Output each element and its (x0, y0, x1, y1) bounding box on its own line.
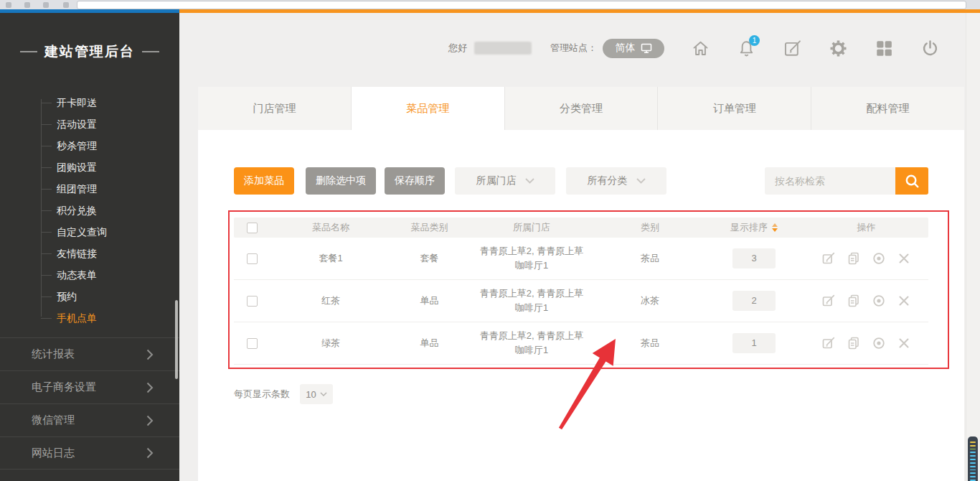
home-icon[interactable] (690, 38, 710, 58)
cell-category: 茶品 (596, 337, 704, 350)
browser-icon[interactable] (6, 2, 11, 8)
copy-icon[interactable] (847, 294, 861, 308)
apps-grid-icon[interactable] (874, 38, 894, 58)
sort-order-input[interactable]: 3 (732, 248, 776, 268)
manage-site-label: 管理站点： (550, 42, 597, 55)
browser-icon[interactable] (43, 2, 49, 8)
cell-category: 冰茶 (596, 294, 704, 307)
cell-dish-name: 绿茶 (270, 337, 392, 350)
sidebar-section-wangzhanrizhi[interactable]: 网站日志 (0, 436, 179, 470)
chevron-right-icon (146, 447, 154, 459)
compose-icon[interactable] (782, 38, 802, 58)
page-scrollbar-thumb[interactable] (968, 436, 978, 481)
tab-store-management[interactable]: 门店管理 (198, 87, 351, 130)
sidebar-item-miaoshaguanli[interactable]: 秒杀管理 (0, 135, 179, 157)
view-eye-icon[interactable] (872, 336, 886, 350)
chevron-right-icon (146, 415, 154, 426)
power-icon[interactable] (920, 38, 940, 58)
row-checkbox[interactable] (247, 338, 258, 349)
greeting-label: 您好 (448, 42, 467, 55)
bell-icon[interactable]: 1 (736, 38, 756, 58)
copy-icon[interactable] (847, 336, 861, 350)
sidebar-section-weixinguanli[interactable]: 微信管理 (0, 403, 179, 436)
cell-category: 茶品 (596, 252, 704, 265)
section-label: 电子商务设置 (32, 380, 96, 394)
search-group (765, 167, 928, 195)
row-checkbox[interactable] (247, 296, 258, 307)
main-card: 门店管理 菜品管理 分类管理 订单管理 配料管理 添加菜品 删除选中项 保存顺序… (198, 87, 964, 481)
sidebar-item-kaikajisong[interactable]: 开卡即送 (0, 92, 179, 113)
logo-dash (20, 51, 37, 52)
sidebar-section-tongjibaobiao[interactable]: 统计报表 (0, 337, 179, 370)
edit-icon[interactable] (821, 251, 836, 266)
username-redacted (474, 42, 532, 55)
section-label: 统计报表 (32, 347, 75, 361)
tab-panel: 添加菜品 删除选中项 保存顺序 所属门店 所有分类 (198, 130, 964, 481)
page-size-select[interactable]: 10 (300, 384, 333, 404)
language-pill-button[interactable]: 简体 (603, 39, 664, 58)
table-row: 套餐1 套餐 青青原上草2, 青青原上草咖啡厅1 茶品 3 (234, 238, 928, 280)
view-eye-icon[interactable] (872, 294, 886, 308)
sidebar-item-youqinglianjie[interactable]: 友情链接 (0, 243, 179, 264)
tab-order-management[interactable]: 订单管理 (657, 87, 811, 130)
sidebar-item-yuyue[interactable]: 预约 (0, 286, 179, 307)
category-filter-label: 所有分类 (588, 174, 628, 187)
header-sort[interactable]: 显示排序 (704, 221, 804, 234)
url-input[interactable] (77, 1, 966, 9)
category-filter-dropdown[interactable]: 所有分类 (566, 167, 666, 195)
browser-icon[interactable] (63, 2, 69, 8)
edit-icon[interactable] (821, 336, 836, 350)
sidebar-section-dianzishangwu[interactable]: 电子商务设置 (0, 370, 179, 403)
sort-order-input[interactable]: 2 (732, 291, 776, 311)
page-scrollbar-track[interactable] (966, 13, 980, 481)
sidebar-item-zutuanguanli[interactable]: 组团管理 (0, 178, 179, 200)
topbar: 您好 管理站点： 简体 1 (179, 29, 940, 67)
sidebar-submenu: 开卡即送 活动设置 秒杀管理 团购设置 组团管理 积分兑换 自定义查询 友情链接… (0, 90, 179, 329)
dish-table: 菜品名称 菜品类别 所属门店 类别 显示排序 操作 套餐1 套餐 (234, 218, 928, 365)
edit-icon[interactable] (821, 294, 836, 308)
delete-selected-button[interactable]: 删除选中项 (306, 167, 376, 195)
sidebar-item-huodongshezhi[interactable]: 活动设置 (0, 113, 179, 135)
page-size-label: 每页显示条数 (234, 388, 290, 401)
header-dish-type: 菜品类别 (392, 221, 467, 234)
delete-x-icon[interactable] (897, 336, 911, 350)
settings-gear-icon[interactable] (828, 38, 848, 58)
add-dish-button[interactable]: 添加菜品 (234, 167, 294, 195)
tab-ingredient-management[interactable]: 配料管理 (811, 87, 964, 130)
browser-icon[interactable] (24, 2, 30, 8)
delete-x-icon[interactable] (897, 251, 911, 266)
store-filter-dropdown[interactable]: 所属门店 (455, 167, 555, 195)
sidebar-item-dongtaibiaodan[interactable]: 动态表单 (0, 264, 179, 286)
cell-dish-type: 套餐 (392, 252, 467, 265)
search-button[interactable] (895, 167, 928, 195)
monitor-icon (641, 43, 652, 54)
delete-x-icon[interactable] (897, 294, 911, 308)
browser-address-bar (0, 0, 980, 9)
tab-category-management[interactable]: 分类管理 (504, 87, 658, 130)
sort-order-input[interactable]: 1 (732, 333, 776, 353)
store-filter-label: 所属门店 (476, 174, 517, 187)
notification-badge: 1 (749, 35, 760, 46)
view-eye-icon[interactable] (872, 251, 886, 266)
sidebar-scrollbar-thumb[interactable] (175, 300, 178, 379)
sidebar-item-shoujidiandan[interactable]: 手机点单 (0, 307, 179, 329)
language-label: 简体 (616, 42, 636, 55)
sort-arrows-icon[interactable] (772, 223, 778, 232)
pagination: 每页显示条数 10 (234, 384, 333, 404)
sidebar-item-tuangoushezhi[interactable]: 团购设置 (0, 157, 179, 178)
chevron-down-icon (636, 178, 646, 184)
search-input[interactable] (765, 167, 895, 195)
sidebar-item-jifenduihuan[interactable]: 积分兑换 (0, 200, 179, 221)
row-checkbox[interactable] (247, 253, 258, 264)
sidebar-item-zidingyichaxun[interactable]: 自定义查询 (0, 221, 179, 243)
page-size-value: 10 (306, 389, 316, 400)
annotation-rectangle: 菜品名称 菜品类别 所属门店 类别 显示排序 操作 套餐1 套餐 (228, 210, 949, 369)
save-order-button[interactable]: 保存顺序 (385, 167, 445, 195)
copy-icon[interactable] (847, 251, 861, 266)
select-all-checkbox[interactable] (247, 223, 258, 233)
tab-dish-management[interactable]: 菜品管理 (351, 87, 504, 130)
header-sort-label: 显示排序 (730, 221, 768, 234)
header-category: 类别 (596, 221, 704, 234)
chevron-right-icon (146, 382, 154, 393)
cell-dish-type: 单品 (392, 294, 467, 307)
